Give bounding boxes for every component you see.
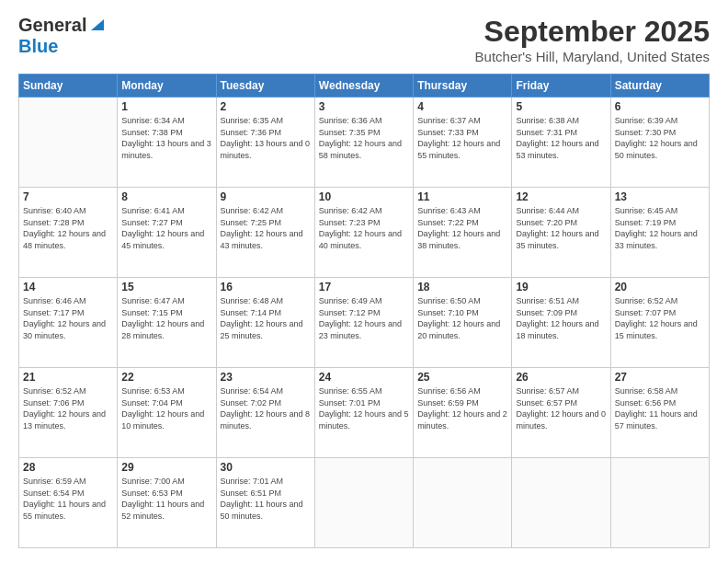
sunset-text: Sunset: 7:06 PM — [23, 397, 113, 409]
table-row: 25Sunrise: 6:56 AMSunset: 6:59 PMDayligh… — [414, 368, 512, 458]
day-number: 3 — [319, 100, 409, 113]
sunrise-text: Sunrise: 6:39 AM — [615, 115, 705, 127]
daylight-text: Daylight: 12 hours and 43 minutes. — [221, 228, 311, 251]
table-row: 20Sunrise: 6:52 AMSunset: 7:07 PMDayligh… — [610, 278, 709, 368]
table-row: 15Sunrise: 6:47 AMSunset: 7:15 PMDayligh… — [118, 278, 216, 368]
sunset-text: Sunset: 7:12 PM — [319, 307, 409, 319]
col-sunday: Sunday — [19, 75, 118, 98]
logo: General Blue — [18, 15, 106, 57]
day-info: Sunrise: 6:57 AMSunset: 6:57 PMDaylight:… — [516, 385, 606, 431]
table-row: 3Sunrise: 6:36 AMSunset: 7:35 PMDaylight… — [314, 98, 413, 188]
day-info: Sunrise: 6:52 AMSunset: 7:06 PMDaylight:… — [23, 385, 113, 431]
table-row: 16Sunrise: 6:48 AMSunset: 7:14 PMDayligh… — [216, 278, 314, 368]
daylight-text: Daylight: 12 hours and 8 minutes. — [221, 408, 311, 431]
table-row: 11Sunrise: 6:43 AMSunset: 7:22 PMDayligh… — [414, 188, 512, 278]
sunset-text: Sunset: 7:35 PM — [319, 127, 409, 139]
daylight-text: Daylight: 11 hours and 52 minutes. — [121, 499, 211, 522]
table-row: 21Sunrise: 6:52 AMSunset: 7:06 PMDayligh… — [19, 368, 118, 458]
daylight-text: Daylight: 12 hours and 23 minutes. — [319, 318, 409, 341]
daylight-text: Daylight: 12 hours and 35 minutes. — [516, 228, 606, 251]
sunset-text: Sunset: 7:27 PM — [121, 217, 211, 229]
day-info: Sunrise: 6:35 AMSunset: 7:36 PMDaylight:… — [221, 115, 311, 161]
day-number: 24 — [319, 371, 409, 384]
sunset-text: Sunset: 7:02 PM — [221, 397, 311, 409]
table-row — [314, 458, 413, 548]
day-number: 8 — [121, 190, 211, 203]
daylight-text: Daylight: 12 hours and 25 minutes. — [221, 318, 311, 341]
sunrise-text: Sunrise: 7:01 AM — [221, 476, 311, 488]
day-number: 27 — [615, 371, 705, 384]
sunset-text: Sunset: 6:56 PM — [615, 397, 705, 409]
daylight-text: Daylight: 13 hours and 0 minutes. — [221, 138, 311, 161]
day-info: Sunrise: 6:36 AMSunset: 7:35 PMDaylight:… — [319, 115, 409, 161]
day-number: 17 — [319, 281, 409, 293]
day-info: Sunrise: 6:46 AMSunset: 7:17 PMDaylight:… — [23, 295, 113, 341]
title-block: September 2025 Butcher's Hill, Maryland,… — [475, 15, 710, 64]
day-number: 6 — [615, 100, 705, 113]
calendar-header-row: Sunday Monday Tuesday Wednesday Thursday… — [19, 75, 710, 98]
sunrise-text: Sunrise: 6:43 AM — [417, 205, 507, 217]
sunset-text: Sunset: 7:30 PM — [615, 127, 705, 139]
header: General Blue September 2025 Butcher's Hi… — [18, 15, 710, 64]
logo-general-text: General — [18, 15, 86, 36]
sunrise-text: Sunrise: 6:50 AM — [417, 295, 507, 307]
day-number: 19 — [516, 281, 606, 293]
sunset-text: Sunset: 7:19 PM — [615, 217, 705, 229]
day-info: Sunrise: 6:52 AMSunset: 7:07 PMDaylight:… — [615, 295, 705, 341]
sunrise-text: Sunrise: 6:58 AM — [615, 385, 705, 397]
sunrise-text: Sunrise: 6:35 AM — [221, 115, 311, 127]
table-row — [610, 458, 709, 548]
day-number: 13 — [615, 190, 705, 203]
table-row: 8Sunrise: 6:41 AMSunset: 7:27 PMDaylight… — [118, 188, 216, 278]
day-info: Sunrise: 6:54 AMSunset: 7:02 PMDaylight:… — [221, 385, 311, 431]
day-number: 30 — [221, 461, 311, 474]
sunset-text: Sunset: 6:51 PM — [221, 488, 311, 500]
location-title: Butcher's Hill, Maryland, United States — [475, 49, 710, 64]
day-info: Sunrise: 6:49 AMSunset: 7:12 PMDaylight:… — [319, 295, 409, 341]
daylight-text: Daylight: 12 hours and 33 minutes. — [615, 228, 705, 251]
col-monday: Monday — [118, 75, 216, 98]
table-row: 4Sunrise: 6:37 AMSunset: 7:33 PMDaylight… — [414, 98, 512, 188]
day-number: 7 — [23, 190, 113, 203]
day-info: Sunrise: 6:50 AMSunset: 7:10 PMDaylight:… — [417, 295, 507, 341]
sunset-text: Sunset: 6:57 PM — [516, 397, 606, 409]
day-info: Sunrise: 6:42 AMSunset: 7:25 PMDaylight:… — [221, 205, 311, 251]
sunset-text: Sunset: 7:36 PM — [221, 127, 311, 139]
sunset-text: Sunset: 7:04 PM — [121, 397, 211, 409]
day-info: Sunrise: 6:59 AMSunset: 6:54 PMDaylight:… — [23, 476, 113, 522]
sunrise-text: Sunrise: 6:45 AM — [615, 205, 705, 217]
table-row — [512, 458, 610, 548]
sunrise-text: Sunrise: 7:00 AM — [121, 476, 211, 488]
sunrise-text: Sunrise: 6:54 AM — [221, 385, 311, 397]
day-number: 26 — [516, 371, 606, 384]
daylight-text: Daylight: 12 hours and 50 minutes. — [615, 138, 705, 161]
day-number: 14 — [23, 281, 113, 293]
day-info: Sunrise: 6:40 AMSunset: 7:28 PMDaylight:… — [23, 205, 113, 251]
daylight-text: Daylight: 11 hours and 55 minutes. — [23, 499, 113, 522]
daylight-text: Daylight: 12 hours and 15 minutes. — [615, 318, 705, 341]
day-info: Sunrise: 6:39 AMSunset: 7:30 PMDaylight:… — [615, 115, 705, 161]
sunrise-text: Sunrise: 6:44 AM — [516, 205, 606, 217]
day-info: Sunrise: 6:47 AMSunset: 7:15 PMDaylight:… — [121, 295, 211, 341]
sunrise-text: Sunrise: 6:55 AM — [319, 385, 409, 397]
table-row: 5Sunrise: 6:38 AMSunset: 7:31 PMDaylight… — [512, 98, 610, 188]
calendar-week-row: 1Sunrise: 6:34 AMSunset: 7:38 PMDaylight… — [19, 98, 710, 188]
table-row: 17Sunrise: 6:49 AMSunset: 7:12 PMDayligh… — [314, 278, 413, 368]
sunrise-text: Sunrise: 6:41 AM — [121, 205, 211, 217]
daylight-text: Daylight: 12 hours and 58 minutes. — [319, 138, 409, 161]
day-info: Sunrise: 6:56 AMSunset: 6:59 PMDaylight:… — [417, 385, 507, 431]
day-info: Sunrise: 6:44 AMSunset: 7:20 PMDaylight:… — [516, 205, 606, 251]
day-number: 29 — [121, 461, 211, 474]
table-row: 7Sunrise: 6:40 AMSunset: 7:28 PMDaylight… — [19, 188, 118, 278]
calendar-table: Sunday Monday Tuesday Wednesday Thursday… — [18, 74, 710, 548]
table-row: 6Sunrise: 6:39 AMSunset: 7:30 PMDaylight… — [610, 98, 709, 188]
sunset-text: Sunset: 7:17 PM — [23, 307, 113, 319]
daylight-text: Daylight: 12 hours and 55 minutes. — [417, 138, 507, 161]
sunset-text: Sunset: 6:53 PM — [121, 488, 211, 500]
daylight-text: Daylight: 12 hours and 2 minutes. — [417, 408, 507, 431]
table-row: 26Sunrise: 6:57 AMSunset: 6:57 PMDayligh… — [512, 368, 610, 458]
sunset-text: Sunset: 7:15 PM — [121, 307, 211, 319]
daylight-text: Daylight: 12 hours and 20 minutes. — [417, 318, 507, 341]
sunrise-text: Sunrise: 6:47 AM — [121, 295, 211, 307]
sunrise-text: Sunrise: 6:48 AM — [221, 295, 311, 307]
